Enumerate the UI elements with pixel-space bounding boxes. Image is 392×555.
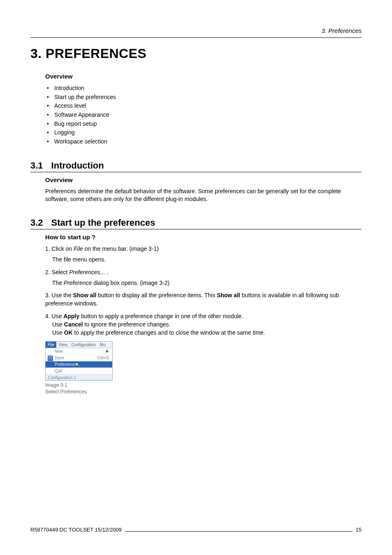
how-to-subhead: How to start up ? bbox=[45, 234, 362, 240]
section-rule bbox=[30, 229, 362, 229]
footer-rule bbox=[125, 531, 353, 532]
list-item: Software Appearance bbox=[45, 111, 362, 120]
screenshot-frame: File View Configuration Mo New ▶ Save Ct… bbox=[45, 341, 113, 381]
dropdown-new: New ▶ bbox=[46, 348, 112, 355]
step-strong: Apply bbox=[63, 313, 79, 319]
list-item: Access level bbox=[45, 102, 362, 111]
chapter-title: 3. PREFERENCES bbox=[30, 46, 362, 61]
screenshot-image-3-1: File View Configuration Mo New ▶ Save Ct… bbox=[45, 341, 362, 395]
submenu-arrow-icon: ▶ bbox=[106, 349, 109, 353]
menu-view: View bbox=[56, 342, 69, 348]
caption-line: Select Preferences bbox=[45, 389, 87, 395]
section-number: 3.2 bbox=[30, 217, 43, 228]
screenshot-statusbar: Configuration 1 bbox=[46, 375, 112, 380]
dropdown-quit: Quit bbox=[46, 368, 112, 375]
list-item: Logging bbox=[45, 128, 362, 137]
steps-list: 1. Click on File on the menu bar. (image… bbox=[45, 245, 362, 337]
dropdown-shortcut: Ctrl+S bbox=[97, 356, 109, 360]
running-header: 3. Preferences bbox=[30, 27, 362, 34]
section-31-paragraph: Preferences determine the default behavi… bbox=[45, 187, 362, 204]
dropdown-label: Save bbox=[55, 356, 64, 360]
step-text: . bbox=[105, 269, 108, 275]
step-text: Use bbox=[52, 329, 64, 336]
menu-configuration: Configuration bbox=[69, 342, 98, 348]
step-text: Use bbox=[52, 321, 64, 328]
footer-left: R59770449 DC TOOLSET 15/12/2009 bbox=[30, 527, 122, 533]
step-3: 3. Use the Show all button to display al… bbox=[45, 291, 362, 308]
dropdown-label: Quit bbox=[55, 369, 62, 373]
list-item: Bug report setup bbox=[45, 120, 362, 129]
menu-file: File bbox=[46, 342, 56, 348]
step-em: File bbox=[74, 245, 83, 252]
dropdown-label: New bbox=[55, 349, 63, 354]
step-strong: Show all bbox=[217, 292, 240, 298]
step-text: button to apply a preference change in o… bbox=[79, 313, 243, 319]
step-text: on the menu bar. (image 3-1) bbox=[83, 245, 159, 252]
caption-line: Image 3-1 bbox=[45, 382, 67, 388]
dropdown-label: Preferences... bbox=[55, 362, 80, 367]
image-caption: Image 3-1 Select Preferences bbox=[45, 382, 362, 395]
step-em: Preferences... bbox=[69, 269, 105, 275]
step-1-sub: The file menu opens. bbox=[52, 255, 362, 264]
section-3-2-header: 3.2 Start up the preferences bbox=[30, 217, 362, 228]
step-4: 4. Use Apply button to apply a preferenc… bbox=[45, 312, 362, 337]
list-item: Start up the preferences bbox=[45, 93, 362, 102]
step-em: Preference bbox=[64, 280, 92, 286]
menu-more: Mo bbox=[98, 342, 108, 348]
section-title: Introduction bbox=[51, 160, 104, 171]
page-number: 15 bbox=[356, 527, 362, 533]
step-1: 1. Click on File on the menu bar. (image… bbox=[45, 245, 362, 264]
step-text: The bbox=[52, 280, 64, 286]
screenshot-menubar: File View Configuration Mo bbox=[46, 342, 112, 348]
step-text: to ignore the preference changes. bbox=[83, 321, 171, 328]
step-strong: OK bbox=[64, 329, 73, 336]
step-2: 2. Select Preferences... . The Preferenc… bbox=[45, 268, 362, 287]
step-2-sub: The Preference dialog box opens. (image … bbox=[52, 279, 362, 287]
section-title: Start up the preferences bbox=[51, 217, 155, 228]
list-item: Introduction bbox=[45, 84, 362, 93]
dropdown-save: Save Ctrl+S bbox=[46, 355, 112, 361]
step-text: dialog box opens. (image 3-2) bbox=[92, 280, 170, 286]
list-item: Workspace selection bbox=[45, 137, 362, 146]
step-strong: Cancel bbox=[64, 321, 83, 328]
step-text: 4. Use bbox=[45, 313, 63, 319]
step-text: to apply the preference changes and to c… bbox=[73, 329, 265, 336]
step-text: button to display all the preference ite… bbox=[97, 292, 217, 298]
overview-list: Introduction Start up the preferences Ac… bbox=[45, 84, 362, 146]
screenshot-dropdown: New ▶ Save Ctrl+S Preferences... Quit bbox=[46, 348, 112, 375]
step-text: 3. Use the bbox=[45, 292, 73, 298]
overview-subhead-31: Overview bbox=[45, 176, 362, 183]
header-rule bbox=[30, 37, 362, 38]
step-strong: Show all bbox=[73, 292, 97, 298]
dropdown-preferences: Preferences... bbox=[46, 361, 112, 368]
step-text: 1. Click on bbox=[45, 245, 74, 252]
section-3-1-header: 3.1 Introduction bbox=[30, 160, 362, 171]
section-rule bbox=[30, 172, 362, 172]
step-text: 2. Select bbox=[45, 269, 69, 275]
page-footer: R59770449 DC TOOLSET 15/12/2009 15 bbox=[30, 527, 362, 533]
overview-heading: Overview bbox=[45, 73, 362, 80]
section-number: 3.1 bbox=[30, 160, 43, 171]
